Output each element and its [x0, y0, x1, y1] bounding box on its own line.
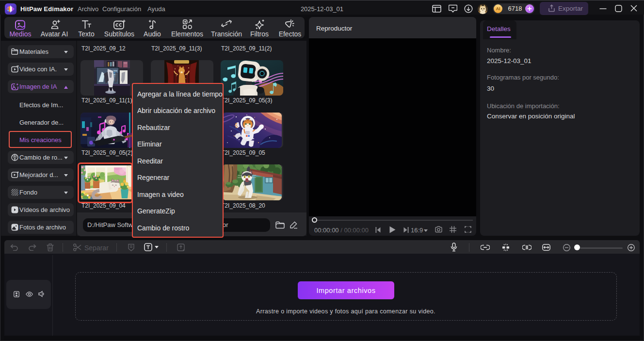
svg-text:AI: AI: [496, 6, 500, 11]
